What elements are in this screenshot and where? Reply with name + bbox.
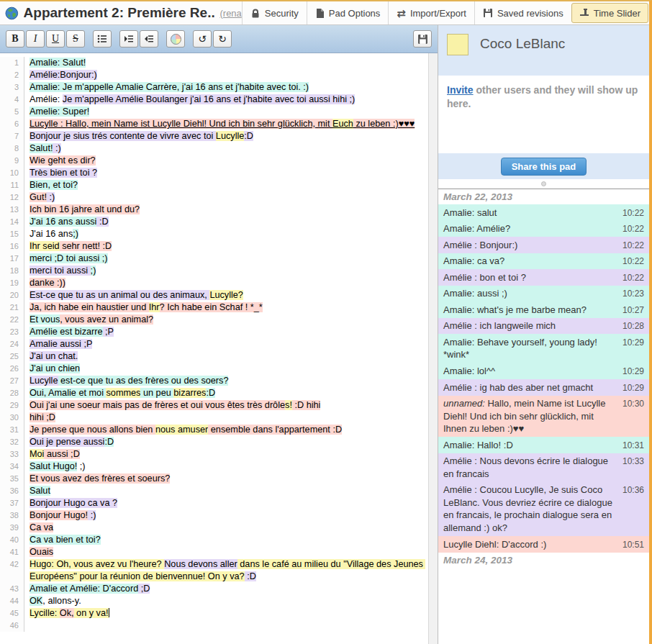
saved-revisions-button[interactable]: Saved revisions [474,1,571,24]
line-text[interactable]: Salut Hugo! ;) [24,461,428,473]
line-text[interactable]: J'ai un chien [24,363,428,375]
bold-button[interactable]: B [6,30,24,47]
line-text[interactable]: Et vous, vous avez un animal? [24,314,428,326]
editor-line[interactable]: 35Et vous avez des frères et soeurs? [0,473,428,485]
save-revision-button[interactable] [413,30,432,47]
editor-line[interactable]: 44OK, allons-y. [0,595,428,607]
line-text[interactable]: Gut! :) [24,191,428,204]
editor-line[interactable]: 15J'ai 16 ans;) [0,228,428,240]
line-text[interactable]: Amélie est bizarre ;P [24,326,428,338]
strikethrough-button[interactable]: S [66,30,85,47]
line-text[interactable]: J'ai 16 ans aussi :D [24,216,428,228]
line-text[interactable]: Wie geht es dir? [24,155,428,167]
editor-line[interactable]: 40Ca va bien et toi? [0,534,428,546]
editor-line[interactable]: 16Ihr seid sehr nett! :D [0,240,428,253]
import-export-button[interactable]: ⇄ Import/Export [388,1,474,24]
editor-scrollbar[interactable] [428,53,438,644]
clear-authorship-button[interactable] [166,30,185,47]
editor-line[interactable]: 2Amélie:Bonjour:) [0,69,428,81]
editor-line[interactable]: 25J'ai un chat. [0,350,428,363]
line-text[interactable]: Ich bin 16 jahre alt und du? [24,204,428,216]
editor-line[interactable]: 26J'ai un chien [0,363,428,375]
line-text[interactable]: Hugo: Oh, vous avez vu l'heure? Nous dev… [24,558,428,583]
editor-line[interactable]: 36Salut [0,485,428,497]
line-text[interactable]: Amélie: Je m'appelle Amélie Boulanger j'… [24,94,428,106]
editor-line[interactable]: 14J'ai 16 ans aussi :D [0,216,428,228]
editor-line[interactable]: 34Salut Hugo! ;) [0,461,428,473]
line-text[interactable]: Très bien et toi ? [24,167,428,179]
line-text[interactable]: Amalie: Salut! [24,57,428,69]
editor-line[interactable]: 6Lucylle : Hallo, mein Name ist Lucylle … [0,118,428,130]
line-text[interactable]: Lucylle est-ce que tu as des frères ou d… [24,375,428,387]
editor-line[interactable]: 27Lucylle est-ce que tu as des frères ou… [0,375,428,387]
editor-line[interactable]: 3Amalie: Je m'appelle Amalie Carrère, j'… [0,81,428,94]
editor-line[interactable]: 19danke :)) [0,277,428,289]
editor-line[interactable]: 33Moi aussi ;D [0,448,428,461]
editor-line[interactable]: 22Et vous, vous avez un animal? [0,314,428,326]
line-text[interactable]: merci ;D toi aussi ;) [24,253,428,265]
editor-line[interactable]: 7Bonjour je sius trés contente de vivre … [0,130,428,142]
invite-link[interactable]: Invite [447,84,474,96]
underline-button[interactable]: U [46,30,65,47]
editor-line[interactable]: 17merci ;D toi aussi ;) [0,253,428,265]
line-text[interactable]: Ouais [24,546,428,558]
editor-lines[interactable]: 1Amalie: Salut!2Amélie:Bonjour:)3Amalie:… [0,53,428,644]
line-text[interactable]: Ihr seid sehr nett! :D [24,240,428,253]
editor-line[interactable]: 12Gut! :) [0,191,428,204]
line-text[interactable]: Oui j'ai une soeur mais pas de frères et… [24,399,428,412]
line-text[interactable]: J'ai 16 ans;) [24,228,428,240]
line-text[interactable]: Salut [24,485,428,497]
line-text[interactable]: merci toi aussi ;) [24,265,428,277]
editor-line[interactable]: 23Amélie est bizarre ;P [0,326,428,338]
pad-options-button[interactable]: Pad Options [307,1,389,24]
line-text[interactable]: danke :)) [24,277,428,289]
line-text[interactable]: Je pense que nous allons bien nous amuse… [24,424,428,436]
editor-line[interactable]: 1Amalie: Salut! [0,57,428,69]
line-text[interactable]: Est-ce que tu as un animal ou des animau… [24,289,428,301]
editor-line[interactable]: 30hihi ;D [0,412,428,424]
line-text[interactable]: Amelie: Super! [24,106,428,118]
line-text[interactable]: Bien, et toi? [24,179,428,191]
undo-button[interactable]: ↺ [193,30,212,47]
line-text[interactable]: Oui, Amalie et moi sommes un peu bizarre… [24,387,428,399]
editor-line[interactable]: 43Amalie et Amélie: D'accord ;D [0,583,428,595]
editor-line[interactable]: 4Amélie: Je m'appelle Amélie Boulanger j… [0,94,428,106]
line-text[interactable]: Bonjour Hugo ca va ? [24,497,428,509]
line-text[interactable] [24,620,428,632]
editor-line[interactable]: 41Ouais [0,546,428,558]
editor-line[interactable]: 37Bonjour Hugo ca va ? [0,497,428,509]
line-text[interactable]: hihi ;D [24,412,428,424]
editor-line[interactable]: 28Oui, Amalie et moi sommes un peu bizar… [0,387,428,399]
line-text[interactable]: Bonjour je sius trés contente de vivre a… [24,130,428,142]
share-pad-button[interactable]: Share this pad [501,158,587,176]
editor-line[interactable]: 45Lycille: Ok, on y va! [0,607,428,620]
chat-resize-handle[interactable] [438,179,649,189]
line-text[interactable]: Oui je pense aussi:D [24,436,428,448]
editor-line[interactable]: 29Oui j'ai une soeur mais pas de frères … [0,399,428,412]
outdent-button[interactable] [140,30,158,47]
editor-line[interactable]: 20Est-ce que tu as un animal ou des anim… [0,289,428,301]
editor-line[interactable]: 11Bien, et toi? [0,179,428,191]
line-text[interactable]: J'ai un chat. [24,350,428,363]
redo-button[interactable]: ↻ [213,30,232,47]
line-text[interactable]: Amalie: Je m'appelle Amalie Carrère, j'a… [24,81,428,94]
line-text[interactable]: Ca va bien et toi? [24,534,428,546]
line-text[interactable]: Salut! :) [24,142,428,155]
line-text[interactable]: Moi aussi ;D [24,448,428,461]
italic-button[interactable]: I [26,30,45,47]
editor-line[interactable]: 31Je pense que nous allons bien nous amu… [0,424,428,436]
bullet-list-button[interactable] [93,30,112,47]
editor-line[interactable]: 38Bonjour Hugo! :) [0,509,428,522]
editor-line[interactable]: 39Ca va [0,522,428,534]
editor-line[interactable]: 32Oui je pense aussi:D [0,436,428,448]
editor-line[interactable]: 13Ich bin 16 jahre alt und du? [0,204,428,216]
indent-button[interactable] [119,30,138,47]
editor-line[interactable]: 24Amalie aussi ;P [0,338,428,350]
line-text[interactable]: Lycille: Ok, on y va! [24,607,428,620]
line-text[interactable]: Bonjour Hugo! :) [24,509,428,522]
line-text[interactable]: OK, allons-y. [24,595,428,607]
editor-line[interactable]: 42Hugo: Oh, vous avez vu l'heure? Nous d… [0,558,428,583]
editor-line[interactable]: 10Très bien et toi ? [0,167,428,179]
user-name[interactable]: Coco LeBlanc [480,34,565,52]
editor[interactable]: 1Amalie: Salut!2Amélie:Bonjour:)3Amalie:… [0,53,438,644]
